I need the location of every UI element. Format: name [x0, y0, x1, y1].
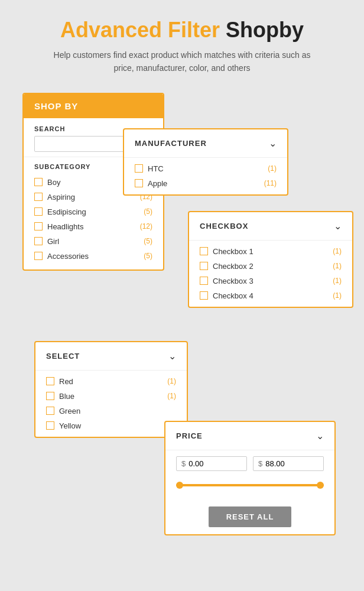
checkbox-icon[interactable]: [200, 291, 208, 300]
chevron-down-icon: ⌄: [269, 138, 277, 149]
filter-item-left: Boy: [34, 178, 60, 187]
chevron-down-icon: ⌄: [168, 350, 176, 362]
title-accent: Advanced Filter: [60, 18, 220, 42]
list-item: Green: [46, 404, 176, 418]
manufacturer-card: MANUFACTURER ⌄ HTC (1) Apple (11): [123, 128, 288, 196]
chevron-down-icon: ⌄: [334, 220, 342, 232]
checkbox-icon[interactable]: [200, 277, 208, 285]
filter-item-left: Girl: [34, 237, 59, 246]
list-item: Girl (5): [34, 234, 152, 249]
checkbox-icon[interactable]: [46, 421, 54, 430]
filter-item-label: Aspiring: [47, 193, 75, 202]
filter-item-count: (11): [264, 179, 277, 187]
filter-item-label: Red: [59, 377, 73, 386]
filter-item-left: Red: [46, 377, 73, 386]
list-item: Yellow: [46, 418, 176, 433]
manufacturer-header-row: MANUFACTURER ⌄: [124, 129, 287, 158]
filter-item-label: Girl: [47, 237, 59, 246]
title-normal-text: Shopby: [226, 18, 304, 42]
list-item: Blue (1): [46, 389, 176, 404]
checkbox-icon[interactable]: [34, 252, 43, 260]
price-card: PRICE ⌄ $ $ RESET ALL: [164, 421, 336, 535]
filter-item-left: HTC: [135, 164, 164, 173]
checkbox-icon[interactable]: [34, 193, 43, 201]
checkbox-icon[interactable]: [34, 237, 43, 245]
subtitle: Help customers find exact product which …: [46, 48, 318, 75]
checkbox-label: CHECKBOX: [200, 222, 248, 230]
filter-item-label: Accessories: [47, 252, 89, 261]
list-item: HTC (1): [135, 161, 277, 176]
filter-item-left: Headlights: [34, 222, 83, 231]
slider-thumb-left[interactable]: [176, 482, 183, 489]
filter-item-left: Yellow: [46, 421, 81, 430]
checkbox-icon[interactable]: [200, 247, 208, 255]
price-min-currency: $: [181, 459, 186, 468]
price-label: PRICE: [176, 431, 203, 440]
filter-item-left: Blue: [46, 392, 74, 401]
filter-item-count: (1): [333, 247, 342, 255]
checkbox-icon[interactable]: [46, 392, 54, 400]
chevron-down-icon: ⌄: [316, 430, 324, 441]
list-item: Apple (11): [135, 176, 277, 191]
filter-item-count: (1): [333, 277, 342, 285]
cards-area: SHOP BY SEARCH SUBCATEGORY Boy Aspiring …: [22, 93, 342, 518]
filter-item-count: (1): [268, 164, 277, 173]
filter-item-label: Headlights: [47, 222, 83, 231]
checkbox-header-row: CHECKBOX ⌄: [189, 212, 352, 241]
price-min-input[interactable]: [188, 459, 230, 468]
checkbox-icon[interactable]: [34, 222, 43, 230]
filter-item-count: (1): [167, 392, 176, 400]
price-slider-track[interactable]: [176, 484, 324, 486]
page-title: Advanced Filter Shopby: [60, 18, 304, 43]
checkbox-icon[interactable]: [34, 207, 43, 216]
checkbox-card: CHECKBOX ⌄ Checkbox 1 (1) Checkbox 2 (1)…: [188, 211, 353, 308]
filter-item-label: Checkbox 4: [213, 291, 254, 300]
filter-item-left: Accessories: [34, 252, 89, 261]
checkbox-icon[interactable]: [46, 407, 54, 415]
price-max-wrapper: $: [253, 456, 324, 471]
checkbox-icon[interactable]: [46, 377, 54, 385]
filter-item-label: Apple: [148, 179, 167, 188]
filter-item-label: Esdipiscing: [47, 207, 86, 216]
filter-item-left: Checkbox 1: [200, 247, 254, 256]
slider-thumb-right[interactable]: [317, 482, 324, 489]
price-inputs: $ $: [165, 450, 334, 477]
filter-item-label: Blue: [59, 392, 74, 401]
price-min-wrapper: $: [176, 456, 247, 471]
checkbox-icon[interactable]: [200, 262, 208, 270]
checkbox-icon[interactable]: [135, 179, 143, 187]
manufacturer-label: MANUFACTURER: [135, 139, 207, 148]
filter-item-left: Esdipiscing: [34, 207, 86, 216]
filter-item-count: (12): [140, 222, 152, 230]
list-item: Headlights (12): [34, 219, 152, 234]
price-max-input[interactable]: [265, 459, 307, 468]
reset-all-button[interactable]: RESET ALL: [209, 506, 292, 527]
manufacturer-list: HTC (1) Apple (11): [124, 158, 287, 194]
filter-item-count: (5): [144, 207, 152, 216]
filter-item-label: Boy: [47, 178, 60, 187]
reset-area: RESET ALL: [165, 499, 334, 534]
filter-item-left: Checkbox 2: [200, 262, 254, 271]
list-item: Red (1): [46, 374, 176, 389]
filter-item-label: Yellow: [59, 421, 81, 430]
price-max-currency: $: [258, 459, 262, 468]
filter-item-label: Checkbox 1: [213, 247, 254, 256]
list-item: Checkbox 4 (1): [200, 288, 342, 303]
list-item: Checkbox 3 (1): [200, 274, 342, 288]
filter-item-label: Checkbox 3: [213, 277, 254, 285]
filter-item-left: Apple: [135, 179, 167, 188]
filter-item-count: (1): [167, 377, 176, 385]
list-item: Accessories (5): [34, 249, 152, 264]
filter-item-label: HTC: [148, 164, 164, 173]
filter-item-left: Checkbox 3: [200, 277, 254, 285]
checkbox-icon[interactable]: [135, 164, 143, 173]
list-item: Checkbox 1 (1): [200, 244, 342, 259]
filter-item-label: Checkbox 2: [213, 262, 254, 271]
checkbox-list: Checkbox 1 (1) Checkbox 2 (1) Checkbox 3…: [189, 241, 352, 307]
checkbox-icon[interactable]: [34, 178, 43, 186]
list-item: Checkbox 2 (1): [200, 259, 342, 274]
filter-item-left: Checkbox 4: [200, 291, 254, 300]
filter-item-left: Aspiring: [34, 193, 75, 202]
list-item: Esdipiscing (5): [34, 204, 152, 219]
filter-item-label: Green: [59, 407, 80, 415]
